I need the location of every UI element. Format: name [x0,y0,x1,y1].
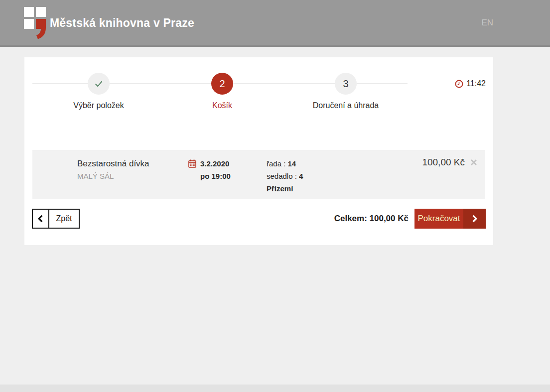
footer-strip [0,385,550,392]
seat-value: 4 [299,172,303,180]
continue-button-label: Pokračovat [414,209,463,229]
event-date: 3.2.2020 [200,157,231,170]
seat-label: sedadlo : [267,172,297,180]
language-toggle-en[interactable]: EN [481,18,493,28]
checkout-card: 2 3 Výběr položek Košík Doručení a úhrad… [24,57,493,245]
app-title: Městská knihovna v Praze [50,16,194,30]
remove-item-button[interactable] [470,158,478,166]
session-timer: 11:42 [455,79,486,88]
item-price: 100,00 Kč [422,157,465,168]
step-3-label: Doručení a úhrada [291,101,401,110]
step-2-label: Košík [167,101,277,110]
cart-item-seat-info: řada : 14 sedadlo : 4 Přízemí [267,157,303,195]
section-name: Přízemí [267,182,303,195]
cart-item-row: Bezstarostná dívka MALÝ SÁL [32,150,485,199]
step-1-label: Výběr položek [44,101,153,110]
step-1-indicator [88,73,110,95]
cart-item-datetime: 3.2.2020 po 19:00 [188,157,231,182]
event-title: Bezstarostná dívka [77,157,149,170]
step-3-number: 3 [343,78,348,90]
clock-icon [455,80,463,88]
step-2-number: 2 [219,78,225,90]
cart-total: Celkem: 100,00 Kč [334,214,409,224]
library-logo-icon [24,7,47,39]
cart-item-heading: Bezstarostná dívka MALÝ SÁL [77,157,149,182]
row-label: řada : [267,159,285,168]
seat-line: sedadlo : 4 [267,170,303,182]
continue-button[interactable]: Pokračovat [414,209,486,229]
step-3-indicator: 3 [335,73,357,95]
row-line: řada : 14 [267,157,303,170]
check-icon [93,78,104,89]
step-2-indicator: 2 [211,73,233,95]
chevron-left-icon [33,210,49,228]
row-value: 14 [288,159,296,168]
close-icon [470,158,478,166]
back-button-label: Zpět [49,210,79,228]
datetime-lines: 3.2.2020 po 19:00 [200,157,231,182]
event-venue: MALÝ SÁL [77,170,149,182]
page: Městská knihovna v Praze EN 2 3 Výběr po… [0,0,550,392]
cart-item-price-area: 100,00 Kč [422,157,478,168]
actions-right: Celkem: 100,00 Kč Pokračovat [334,209,486,229]
session-timer-value: 11:42 [466,79,486,88]
calendar-icon [188,159,196,168]
app-header: Městská knihovna v Praze EN [0,0,550,47]
event-time: po 19:00 [200,170,231,182]
back-button[interactable]: Zpět [32,209,80,229]
chevron-right-icon [463,209,486,229]
